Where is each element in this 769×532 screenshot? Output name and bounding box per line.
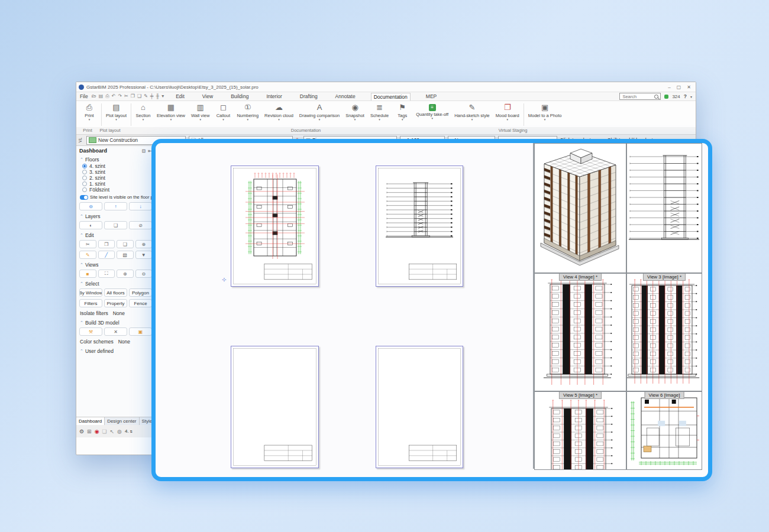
sheet-icon[interactable]: ❏ xyxy=(102,429,106,434)
hand-sketch-style-button[interactable]: ✎Hand-sketch style▾ xyxy=(451,102,493,127)
menu-annotate[interactable]: Annotate xyxy=(333,93,358,100)
print-button[interactable]: ⎙Print▾ xyxy=(79,102,100,127)
floor-item-5[interactable]: Földszint xyxy=(82,187,155,193)
paste-button[interactable]: ❏ xyxy=(117,240,134,248)
search-input[interactable] xyxy=(621,93,654,100)
view-panel-5[interactable]: View 5 [Image] * xyxy=(534,391,626,470)
menu-mep[interactable]: MEP xyxy=(424,93,439,100)
grid-snap-icon[interactable]: ⊞ xyxy=(87,429,92,434)
menu-interior[interactable]: Interior xyxy=(264,93,284,100)
copy-icon[interactable]: ❐ xyxy=(131,93,135,99)
select-property-button[interactable]: Property xyxy=(104,299,127,307)
menu-drafting[interactable]: Drafting xyxy=(298,93,320,100)
chevron-up-icon[interactable]: ⌃ xyxy=(80,214,83,219)
floor-item-2[interactable]: 3. szint xyxy=(82,169,155,175)
paste-icon[interactable]: ❏ xyxy=(137,93,141,99)
sheet-elevation-1[interactable] xyxy=(231,346,319,468)
chevron-up-icon[interactable]: ⌃ xyxy=(80,349,83,353)
save-icon[interactable]: ▤ xyxy=(99,93,104,99)
cursor-icon[interactable]: ↖ xyxy=(110,429,115,434)
open-folder-icon[interactable]: 🗁 xyxy=(92,93,96,99)
select-fence-button[interactable]: Fence xyxy=(129,299,152,307)
settings-gear-icon[interactable]: ⚙ xyxy=(79,429,84,434)
radio-icon[interactable] xyxy=(82,170,87,174)
view-panel-3[interactable]: View 3 [Image] * xyxy=(626,273,702,391)
layer-manager-button[interactable]: ❏ xyxy=(104,221,127,229)
match-button[interactable]: ⊕ xyxy=(135,240,153,248)
maximize-button[interactable]: ▢ xyxy=(677,85,681,90)
cut-icon[interactable]: ✂ xyxy=(124,93,128,99)
brush-button[interactable]: ✎ xyxy=(79,251,96,259)
section-button[interactable]: ⌂Section▾ xyxy=(133,102,154,127)
radio-icon[interactable] xyxy=(82,164,87,168)
sheet-elevation-2[interactable] xyxy=(376,346,463,468)
radio-icon[interactable] xyxy=(82,181,87,186)
layer-off-button[interactable]: ⊘ xyxy=(129,221,152,229)
globe-icon[interactable]: ◍ xyxy=(117,429,122,434)
eyedropper-button[interactable]: ╱ xyxy=(98,251,115,259)
color-schemes-value[interactable]: None xyxy=(118,339,130,345)
radio-icon[interactable] xyxy=(82,187,87,192)
fit-view-button[interactable]: ⛶ xyxy=(98,270,115,278)
radio-icon[interactable] xyxy=(82,176,87,180)
remove-floor-button[interactable]: ⊖ xyxy=(79,202,102,210)
snapshot-button[interactable]: ◉Snapshot▾ xyxy=(343,102,367,127)
menu-view[interactable]: View xyxy=(200,93,215,100)
model-to-a-photo-button[interactable]: ▣Model to a Photo▾ xyxy=(525,102,565,127)
view-panel-section[interactable] xyxy=(626,143,702,273)
zoom-in-button[interactable]: ⊕ xyxy=(117,270,134,278)
format-brush-icon[interactable]: ✎ xyxy=(144,93,148,99)
cut-button[interactable]: ✂ xyxy=(79,240,96,248)
line-style-icon[interactable]: ╪ xyxy=(150,93,154,99)
chevron-up-icon[interactable]: ⌃ xyxy=(80,233,83,238)
view-panel-3d[interactable] xyxy=(534,143,626,273)
render-button[interactable]: ▣ xyxy=(129,327,152,336)
chevron-up-icon[interactable]: ⌃ xyxy=(80,320,83,325)
revision-cloud-button[interactable]: ☁Revision cloud▾ xyxy=(261,102,296,127)
view3-label[interactable]: View 3 [Image] * xyxy=(643,273,686,281)
floor-item-1[interactable]: 4. szint xyxy=(82,163,155,169)
image-button[interactable]: ▧ xyxy=(117,251,134,259)
view-box-button[interactable]: ■ xyxy=(79,270,96,278)
chevron-up-icon[interactable]: ⌃ xyxy=(80,157,83,162)
help-caret-icon[interactable]: ▾ xyxy=(690,95,692,99)
isolate-filters-value[interactable]: None xyxy=(113,310,125,316)
view5-label[interactable]: View 5 [Image] * xyxy=(559,391,602,399)
redo-icon[interactable]: ↷ xyxy=(118,93,122,99)
drawing-comparison-button[interactable]: ADrawing comparison▾ xyxy=(296,102,343,127)
object-snap-icon[interactable]: ◉ xyxy=(95,429,99,434)
wall-view-button[interactable]: ▥Wall view▾ xyxy=(188,102,212,127)
copy-button[interactable]: ❐ xyxy=(98,240,115,248)
elevation-view-button[interactable]: ▦Elevation view▾ xyxy=(154,102,188,127)
zoom-out-button[interactable]: ⊖ xyxy=(135,270,153,278)
site-level-toggle[interactable] xyxy=(80,195,88,200)
minimize-button[interactable]: – xyxy=(668,85,670,90)
select-all-floors-button[interactable]: All floors xyxy=(104,288,127,297)
filter-button[interactable]: ▼ xyxy=(135,251,153,259)
mood-board-button[interactable]: ❐Mood board▾ xyxy=(493,102,522,127)
select-by-window-button[interactable]: By Window xyxy=(79,288,102,297)
move-down-button[interactable]: ↓ xyxy=(129,202,152,210)
select-polygon-button[interactable]: Polygon xyxy=(129,288,152,297)
print-icon[interactable]: ⎙ xyxy=(105,93,109,99)
view-panel-4[interactable]: View 4 [Image] * xyxy=(534,273,626,391)
menu-edit[interactable]: Edit xyxy=(173,93,187,100)
plot-layout-button[interactable]: ▤Plot layout▾ xyxy=(103,102,130,127)
view-panel-6[interactable]: View 6 [Image] xyxy=(626,391,702,470)
toolbar-handle[interactable]: VL xyxy=(77,138,83,142)
layer-visibility-button[interactable]: ◐ xyxy=(79,221,102,229)
tab-dashboard[interactable]: Dashboard xyxy=(76,417,105,425)
help-button[interactable]: ? xyxy=(684,93,687,99)
quantity-take-off-button[interactable]: ≡Quantity take-off▾ xyxy=(413,102,451,127)
file-menu[interactable]: File xyxy=(80,93,88,99)
pin-icon[interactable]: ⊡ xyxy=(142,148,146,154)
numbering-button[interactable]: ①Numbering▾ xyxy=(234,102,261,127)
viewport-highlight[interactable]: ⊹ View 4 [Image] * View xyxy=(151,139,712,481)
schedule-button[interactable]: ≣Schedule▾ xyxy=(367,102,392,127)
tab-design-center[interactable]: Design center xyxy=(105,417,139,425)
search-box[interactable] xyxy=(619,93,661,100)
chevron-up-icon[interactable]: ⌃ xyxy=(80,281,83,286)
view6-label[interactable]: View 6 [Image] xyxy=(645,391,684,399)
tags-button[interactable]: ⚑Tags▾ xyxy=(392,102,413,127)
match-line-icon[interactable]: ╫ xyxy=(156,93,160,99)
